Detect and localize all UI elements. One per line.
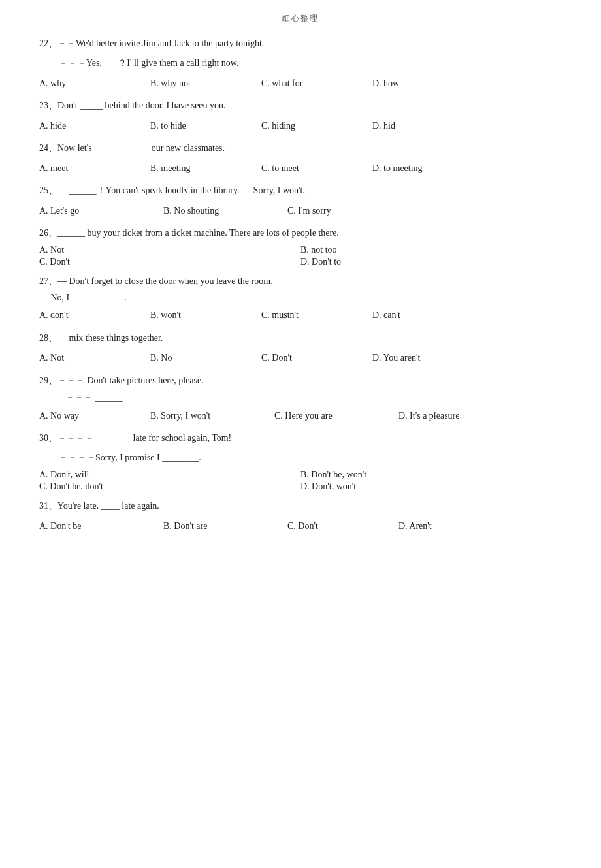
q23-options: A. hide B. to hide C. hiding D. hid [39, 118, 562, 134]
question-27: 27、— Don't forget to close the door when… [39, 274, 562, 324]
q31-option-c: C. Don't [287, 518, 392, 534]
q28-options: A. Not B. No C. Don't D. You aren't [39, 349, 562, 366]
q30-option-c: C. Don't be, don't [39, 481, 300, 492]
q29-option-b: B. Sorry, I won't [150, 408, 268, 424]
q29-options: A. No way B. Sorry, I won't C. Here you … [39, 408, 562, 424]
q22-sub: －－－Yes, ___？I' ll give them a call right… [59, 56, 562, 71]
q28-option-b: B. No [150, 349, 255, 366]
question-22: 22、－－We'd better invite Jim and Jack to … [39, 36, 562, 91]
q22-options: A. why B. why not C. what for D. how [39, 75, 562, 91]
q26-stem: 26、______ buy your ticket from a ticket … [39, 225, 562, 241]
q27-option-b: B. won't [150, 307, 255, 323]
q25-option-c: C. I'm sorry [287, 202, 405, 219]
q24-option-b: B. meeting [150, 160, 255, 176]
question-31: 31、You're late. ____ late again. A. Don'… [39, 498, 562, 534]
q27-option-a: A. don't [39, 307, 144, 323]
q29-option-c: C. Here you are [274, 408, 392, 424]
q28-option-a: A. Not [39, 349, 144, 366]
q28-option-c: C. Don't [261, 349, 366, 366]
q31-stem: 31、You're late. ____ late again. [39, 498, 562, 514]
q28-option-d: D. You aren't [372, 349, 477, 366]
q24-option-d: D. to meeting [372, 160, 477, 176]
header-title: 细心整理 [282, 14, 319, 23]
q30-options: A. Don't, will B. Don't be, won't C. Don… [39, 470, 562, 492]
q26-options: A. Not B. not too C. Don't D. Don't to [39, 245, 562, 267]
q25-options: A. Let's go B. No shouting C. I'm sorry [39, 202, 562, 219]
question-29: 29、－－－ Don't take pictures here, please.… [39, 373, 562, 425]
q29-option-a: A. No way [39, 408, 144, 424]
question-25: 25、— ______！You can't speak loudly in th… [39, 183, 562, 219]
q22-option-b: B. why not [150, 75, 255, 91]
question-24: 24、Now let's ____________ our new classm… [39, 140, 562, 176]
q24-options: A. meet B. meeting C. to meet D. to meet… [39, 160, 562, 176]
q26-option-d: D. Don't to [300, 257, 562, 267]
q30-option-b: B. Don't be, won't [300, 470, 562, 480]
q27-option-c: C. mustn't [261, 307, 366, 323]
q30-option-d: D. Don't, won't [300, 481, 562, 492]
q22-option-c: C. what for [261, 75, 366, 91]
q31-option-a: A. Don't be [39, 518, 157, 534]
q27-sub: — No, I . [39, 293, 562, 303]
q22-stem: 22、－－We'd better invite Jim and Jack to … [39, 36, 562, 52]
q29-stem: 29、－－－ Don't take pictures here, please. [39, 373, 562, 389]
q29-sub: －－－ ______ [65, 392, 562, 404]
q22-option-d: D. how [372, 75, 477, 91]
question-30: 30、－－－－________ late for school again, T… [39, 430, 562, 492]
q25-option-a: A. Let's go [39, 202, 157, 219]
q23-option-d: D. hid [372, 118, 477, 134]
page-header: 细心整理 [39, 13, 562, 24]
q23-option-c: C. hiding [261, 118, 366, 134]
q28-stem: 28、__ mix these things together. [39, 330, 562, 346]
q27-blank [71, 300, 123, 300]
q26-option-c: C. Don't [39, 257, 300, 267]
q25-stem: 25、— ______！You can't speak loudly in th… [39, 183, 562, 199]
question-28: 28、__ mix these things together. A. Not … [39, 330, 562, 366]
q29-option-d: D. It's a pleasure [398, 408, 516, 424]
q27-stem: 27、— Don't forget to close the door when… [39, 274, 562, 289]
q24-option-a: A. meet [39, 160, 144, 176]
q23-option-b: B. to hide [150, 118, 255, 134]
q30-option-a: A. Don't, will [39, 470, 300, 480]
q30-sub: －－－－Sorry, I promise I ________. [59, 450, 562, 466]
q22-option-a: A. why [39, 75, 144, 91]
q27-options: A. don't B. won't C. mustn't D. can't [39, 307, 562, 323]
q31-option-d: D. Aren't [398, 518, 503, 534]
q26-option-b: B. not too [300, 245, 562, 255]
q23-option-a: A. hide [39, 118, 144, 134]
q25-option-b: B. No shouting [163, 202, 281, 219]
q27-option-d: D. can't [372, 307, 477, 323]
q31-option-b: B. Don't are [163, 518, 281, 534]
q31-options: A. Don't be B. Don't are C. Don't D. Are… [39, 518, 562, 534]
q26-option-a: A. Not [39, 245, 300, 255]
q30-stem: 30、－－－－________ late for school again, T… [39, 430, 562, 446]
q23-stem: 23、Don't _____ behind the door. I have s… [39, 98, 562, 114]
q24-option-c: C. to meet [261, 160, 366, 176]
question-23: 23、Don't _____ behind the door. I have s… [39, 98, 562, 134]
question-26: 26、______ buy your ticket from a ticket … [39, 225, 562, 267]
q24-stem: 24、Now let's ____________ our new classm… [39, 140, 562, 156]
